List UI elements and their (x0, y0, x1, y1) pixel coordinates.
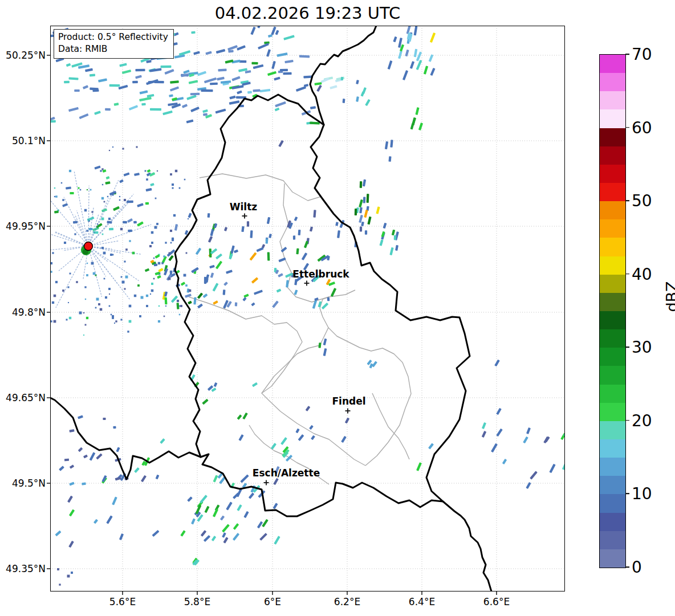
lon-tick-label: 6°E (264, 596, 281, 607)
lon-tick-label: 6.2°E (334, 596, 360, 607)
radar-figure: 04.02.2026 19:23 UTC Product: 0.5° Refle… (0, 0, 675, 616)
data-source-line: Data: RMIB (58, 43, 168, 55)
lat-tick-label: 50.25°N (6, 50, 46, 61)
lat-tick-label: 50.1°N (12, 135, 46, 146)
plot-frame (50, 26, 565, 591)
colorbar-segment (600, 494, 625, 513)
colorbar-segment (600, 476, 625, 495)
colorbar-segment (600, 348, 625, 366)
colorbar-segment (600, 128, 625, 146)
product-line: Product: 0.5° Reflectivity (58, 31, 168, 43)
colorbar-segment (600, 421, 625, 439)
colorbar-segment (600, 238, 625, 256)
colorbar-segment (600, 402, 625, 421)
colorbar-segment (600, 512, 625, 531)
colorbar-tickmark (625, 420, 629, 421)
colorbar-tick-label: 60 (632, 118, 652, 137)
city-label: Ettelbruck (292, 268, 349, 280)
colorbar-segment (600, 201, 625, 220)
colorbar-segment (600, 274, 625, 293)
city-label: Findel (332, 395, 365, 407)
lon-tick-label: 5.6°E (109, 596, 136, 607)
colorbar-segment (600, 91, 625, 110)
lon-tick-label: 6.6°E (483, 596, 510, 607)
colorbar (599, 54, 626, 568)
colorbar-tickmark (625, 127, 629, 128)
lon-tick-label: 5.8°E (184, 596, 210, 607)
colorbar-tick-label: 40 (632, 264, 652, 283)
colorbar-segment (600, 549, 625, 568)
colorbar-segment (600, 329, 625, 348)
colorbar-tick-label: 20 (632, 411, 652, 430)
lat-tick-label: 49.95°N (6, 221, 46, 232)
colorbar-tick-label: 50 (632, 191, 652, 210)
city-label: Esch/Alzette (253, 467, 320, 479)
colorbar-tickmark (625, 54, 629, 55)
colorbar-segment (600, 439, 625, 458)
colorbar-tick-label: 0 (632, 558, 642, 577)
colorbar-tickmark (625, 493, 629, 495)
colorbar-tickmark (625, 346, 629, 348)
colorbar-segment (600, 164, 625, 183)
colorbar-segment (600, 55, 625, 74)
colorbar-segment (600, 384, 625, 403)
colorbar-tick-label: 30 (632, 338, 652, 357)
colorbar-segment (600, 109, 625, 128)
lat-tick-label: 49.65°N (6, 392, 46, 403)
colorbar-segment (600, 531, 625, 549)
colorbar-segment (600, 73, 625, 92)
colorbar-axis-label: dBZ (663, 274, 675, 320)
colorbar-tickmark (625, 200, 629, 201)
colorbar-segment (600, 146, 625, 165)
colorbar-segment (600, 219, 625, 238)
lon-tick-label: 6.4°E (409, 596, 435, 607)
colorbar-tickmark (625, 566, 629, 568)
city-label: Wiltz (230, 201, 257, 213)
colorbar-tickmark (625, 274, 629, 275)
colorbar-segment (600, 256, 625, 275)
colorbar-tick-label: 70 (632, 45, 652, 64)
colorbar-segment (600, 311, 625, 330)
colorbar-tick-label: 10 (632, 484, 652, 503)
lat-tick-label: 49.8°N (12, 307, 46, 318)
lat-tick-label: 49.5°N (12, 478, 46, 489)
colorbar-segment (600, 292, 625, 311)
lat-tick-label: 49.35°N (6, 563, 46, 574)
product-info-box: Product: 0.5° Reflectivity Data: RMIB (54, 29, 174, 59)
colorbar-segment (600, 458, 625, 476)
colorbar-segment (600, 366, 625, 385)
colorbar-segment (600, 183, 625, 202)
